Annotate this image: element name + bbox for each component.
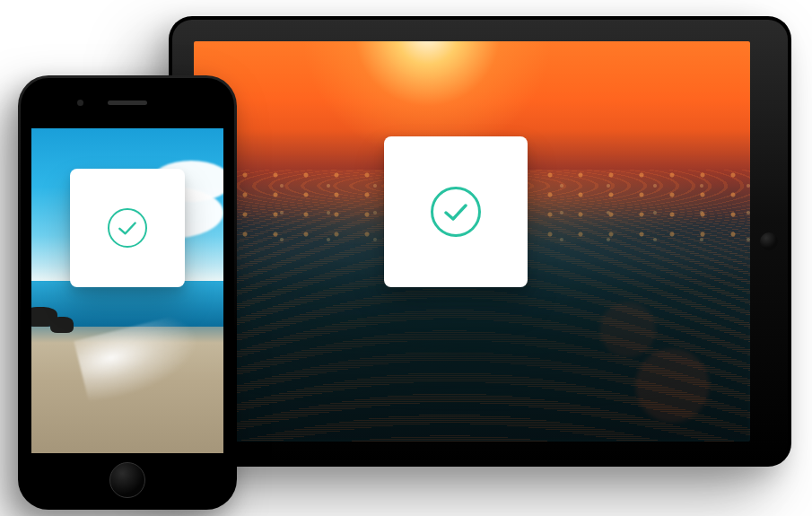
check-icon bbox=[108, 208, 147, 248]
tablet-home-button-icon bbox=[760, 232, 778, 250]
wave bbox=[194, 297, 750, 409]
phone-home-button-icon bbox=[109, 462, 145, 498]
phone-success-card bbox=[70, 169, 185, 287]
phone-bezel bbox=[21, 78, 234, 507]
device-mockup-stage bbox=[0, 0, 812, 516]
rock bbox=[50, 317, 74, 333]
phone-camera-icon bbox=[77, 100, 83, 106]
check-icon bbox=[431, 187, 481, 237]
phone-device bbox=[18, 75, 237, 510]
tablet-success-card bbox=[384, 136, 528, 287]
phone-speaker-icon bbox=[108, 101, 147, 105]
